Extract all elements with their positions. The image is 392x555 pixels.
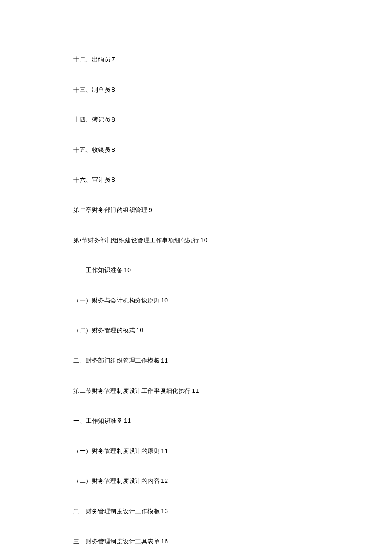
toc-page: 10 bbox=[200, 237, 208, 244]
toc-item: 十六、审计员8 bbox=[73, 176, 392, 184]
toc-text: （一）财务管理制度设计的原则 bbox=[73, 448, 160, 454]
toc-item: （二）财务管理制度设计的内容12 bbox=[73, 477, 392, 485]
toc-page: 8 bbox=[112, 116, 115, 123]
toc-text: （二）财务管理的模式 bbox=[73, 327, 135, 334]
toc-item: 十五、收银员8 bbox=[73, 146, 392, 154]
toc-text: 十二、出纳员 bbox=[73, 56, 110, 63]
toc-item: 十二、出纳员7 bbox=[73, 55, 392, 64]
toc-item: （二）财务管理的模式10 bbox=[73, 326, 392, 335]
toc-item: （一）财务管理制度设计的原则11 bbox=[73, 447, 392, 456]
toc-text: 一、工作知识准备 bbox=[73, 418, 123, 424]
toc-item: 二、财务部门组织管理工作模板11 bbox=[73, 357, 392, 365]
toc-text: （二）财务管理制度设计的内容 bbox=[73, 478, 160, 484]
toc-item: 十四、簿记员8 bbox=[73, 116, 392, 124]
toc-item: 第二章财务部门的组织管理9 bbox=[73, 206, 392, 215]
toc-text: 十五、收银员 bbox=[73, 147, 110, 153]
toc-page: 8 bbox=[112, 146, 115, 153]
toc-item: 一、工作知识准备11 bbox=[73, 417, 392, 425]
toc-page: 12 bbox=[161, 477, 168, 484]
toc-text: 第•节财务部门组织建设管理工作事项细化执行 bbox=[73, 237, 199, 244]
toc-item: 第二节财务管理制度设计工作事项细化执行11 bbox=[73, 387, 392, 395]
toc-page: 10 bbox=[124, 267, 131, 273]
toc-page: 10 bbox=[136, 327, 144, 334]
toc-text: 第二节财务管理制度设计工作事项细化执行 bbox=[73, 388, 191, 394]
toc-page: 7 bbox=[112, 56, 115, 63]
toc-item: 第•节财务部门组织建设管理工作事项细化执行10 bbox=[73, 236, 392, 245]
toc-text: 二、财务管理制度设计工作模板 bbox=[73, 508, 160, 514]
toc-page: 8 bbox=[112, 176, 115, 183]
toc-item: 三、财务管理制度设计工具表单16 bbox=[73, 538, 392, 546]
toc-item: 十三、制单员8 bbox=[73, 86, 392, 94]
toc-page: 11 bbox=[161, 447, 168, 454]
toc-page: 11 bbox=[192, 387, 199, 394]
toc-text: 十四、簿记员 bbox=[73, 116, 110, 123]
toc-item: 一、工作知识准备10 bbox=[73, 266, 392, 275]
toc-item: （一）财务与会计机构分设原则10 bbox=[73, 296, 392, 305]
toc-text: 十六、审计员 bbox=[73, 177, 110, 183]
toc-page: 8 bbox=[112, 86, 115, 93]
toc-text: 十三、制单员 bbox=[73, 87, 110, 93]
toc-text: 第二章财务部门的组织管理 bbox=[73, 207, 147, 213]
toc-page: 10 bbox=[161, 297, 168, 304]
toc-page: 11 bbox=[161, 357, 168, 364]
toc-text: 二、财务部门组织管理工作模板 bbox=[73, 357, 160, 364]
toc-content: 十二、出纳员7 十三、制单员8 十四、簿记员8 十五、收银员8 十六、审计员8 … bbox=[0, 0, 392, 555]
toc-page: 9 bbox=[149, 206, 152, 213]
toc-item: 二、财务管理制度设计工作模板13 bbox=[73, 507, 392, 516]
toc-text: 三、财务管理制度设计工具表单 bbox=[73, 538, 160, 545]
toc-text: 一、工作知识准备 bbox=[73, 267, 123, 273]
toc-page: 11 bbox=[124, 417, 131, 424]
toc-page: 16 bbox=[161, 538, 168, 545]
toc-text: （一）财务与会计机构分设原则 bbox=[73, 297, 160, 304]
toc-page: 13 bbox=[161, 508, 168, 514]
